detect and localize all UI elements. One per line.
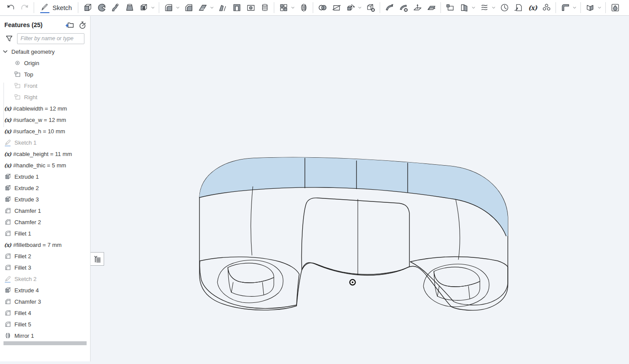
feature-label: Fillet 2 [14,253,31,260]
feature-chamfer-3[interactable]: Chamfer 3 [0,296,90,307]
boolean-button[interactable] [317,3,328,13]
plane-icon [14,93,21,101]
dome-button[interactable] [259,3,270,13]
sketch-button[interactable]: Sketch [40,3,72,13]
feature-handle-thic-5-mm[interactable]: (x)#handle_thic = 5 mm [0,159,90,171]
feature-label: Fillet 3 [14,264,31,271]
feature-fillet-1[interactable]: Fillet 1 [0,228,90,239]
extrude-icon [4,184,11,192]
thicken-dropdown-chevron[interactable] [150,3,156,13]
extrude-button[interactable] [82,3,93,13]
features-panel: Features (25) Default geometryOriginTopF… [0,16,91,361]
left-foot-boss[interactable] [217,260,283,303]
plane-button[interactable] [445,3,455,13]
sheet-metal-model-button[interactable] [560,3,570,13]
chamfer-button[interactable] [183,3,194,13]
rib-button[interactable] [217,3,228,13]
extend-surface-button[interactable] [426,3,437,13]
feature-origin[interactable]: Origin [0,57,90,69]
curve-dropdown-chevron[interactable] [470,3,476,13]
sheet-metal-flange-button[interactable] [585,3,595,13]
helix-dropdown-chevron[interactable] [490,3,496,13]
redo-button[interactable] [19,3,30,13]
hole-button[interactable] [245,3,256,13]
offset-surface-button[interactable] [412,3,423,13]
move-face-button[interactable] [384,3,395,13]
feature-extrude-1[interactable]: Extrude 1 [0,171,90,182]
mirror-button[interactable] [298,3,309,13]
feature-cablewidth-12-mm[interactable]: (x)#cablewidth = 12 mm [0,103,90,114]
feature-top[interactable]: Top [0,69,90,80]
feature-chamfer-1[interactable]: Chamfer 1 [0,205,90,216]
sweep-button[interactable] [110,3,121,13]
feature-label: Extrude 1 [14,173,39,180]
features-scrollbar[interactable] [3,341,87,345]
measure-timer-icon[interactable] [78,21,87,29]
sheet-metal-flange-dropdown-chevron[interactable] [596,3,602,13]
variable-icon: (x) [4,162,13,169]
panel-toggle-button[interactable] [91,252,104,266]
thicken-button[interactable] [138,3,149,13]
feature-chamfer-2[interactable]: Chamfer 2 [0,216,90,228]
loft-button[interactable] [124,3,135,13]
feature-extrude-4[interactable]: Extrude 4 [0,284,90,296]
feature-mirror-1[interactable]: Mirror 1 [0,330,90,341]
appearance-button[interactable] [610,3,620,13]
feature-label: Right [24,94,37,101]
undo-button[interactable] [5,3,16,13]
feature-extrude-2[interactable]: Extrude 2 [0,182,90,194]
helix-button[interactable] [479,3,489,13]
feature-filletboard-7-mm[interactable]: (x)#filletboard = 7 mm [0,239,90,250]
filter-funnel-icon[interactable] [5,35,13,42]
feature-default-geometry[interactable]: Default geometry [0,46,90,57]
feature-cable-height-11-mm[interactable]: (x)#cable_height = 11 mm [0,148,90,159]
delete-part-button[interactable] [365,3,376,13]
feature-label: Fillet 5 [14,321,31,328]
sphere-button[interactable] [499,3,510,13]
feature-fillet-5[interactable]: Fillet 5 [0,319,90,330]
pencil-icon [40,3,49,13]
transform-dropdown-chevron[interactable] [356,3,363,13]
feature-extrude-3[interactable]: Extrude 3 [0,194,90,205]
linear-pattern-dropdown-chevron[interactable] [290,3,296,13]
curve-button[interactable] [459,3,469,13]
fillet-icon [4,320,11,329]
feature-label: Sketch 2 [14,276,37,282]
variable-button[interactable]: (x) [527,3,538,13]
toolbar-divider [78,2,78,13]
3d-viewport[interactable] [0,0,629,364]
split-button[interactable] [331,3,342,13]
feature-sketch-1[interactable]: Sketch 1 [0,137,90,148]
feature-right[interactable]: Right [0,91,90,103]
chevron-down-icon[interactable] [2,48,9,55]
linear-pattern-button[interactable] [278,3,289,13]
part-top-face [199,157,508,236]
sheet-metal-model-dropdown-chevron[interactable] [571,3,577,13]
part-model[interactable] [199,157,508,310]
feature-fillet-4[interactable]: Fillet 4 [0,307,90,319]
transform-button[interactable] [345,3,356,13]
fillet-icon [4,263,11,272]
toolbar-divider [34,2,34,13]
origin-marker[interactable] [350,280,356,285]
feature-filter-input[interactable] [17,33,84,44]
import-derived-button[interactable] [513,3,524,13]
feature-surface-h-10-mm[interactable]: (x)#surface_h = 10 mm [0,125,90,137]
draft-dropdown-chevron[interactable] [209,3,215,13]
shell-button[interactable] [231,3,242,13]
delete-face-button[interactable] [398,3,409,13]
feature-fillet-2[interactable]: Fillet 2 [0,250,90,262]
toolbar-divider [313,2,313,13]
revolve-button[interactable] [96,3,107,13]
right-foot-boss[interactable] [423,264,489,307]
draft-button[interactable] [197,3,208,13]
fillet-dropdown-chevron[interactable] [175,3,181,13]
add-folder-icon[interactable] [65,21,74,29]
fillet-button[interactable] [163,3,174,13]
feature-label: Default geometry [11,49,55,55]
custom-feature-button[interactable] [541,3,552,13]
feature-front[interactable]: Front [0,80,90,91]
feature-sketch-2[interactable]: Sketch 2 [0,273,90,284]
feature-surface-w-12-mm[interactable]: (x)#surface_w = 12 mm [0,114,90,125]
feature-fillet-3[interactable]: Fillet 3 [0,262,90,273]
